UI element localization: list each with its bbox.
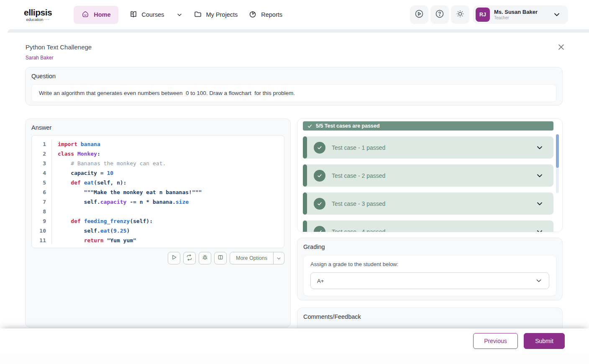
folder-icon — [194, 10, 202, 20]
user-menu[interactable]: RJ Ms. Susan Baker Teacher — [473, 5, 568, 24]
line-number: 10 — [39, 226, 46, 236]
ellipsis-logo[interactable]: ellipsis education ··· — [24, 8, 52, 22]
rerun-button[interactable] — [183, 252, 196, 264]
chevron-down-icon[interactable] — [535, 200, 544, 208]
grading-instruction: Assign a grade to the student below: — [310, 261, 549, 267]
chevron-down-icon[interactable] — [535, 228, 544, 233]
grading-header: Grading — [303, 244, 556, 250]
tests-scrollbar-thumb[interactable] — [556, 134, 559, 168]
bug-icon — [202, 254, 208, 262]
answer-card: Answer 1234567891011 import bananaclass … — [25, 118, 291, 328]
play-tour-button[interactable] — [410, 5, 428, 24]
test-case-label: Test case - 4 passed — [332, 228, 535, 233]
editor-toolbar: More Options — [31, 252, 284, 264]
help-button[interactable] — [430, 5, 449, 24]
play-circle-icon — [414, 9, 424, 21]
sun-icon — [455, 9, 465, 21]
line-number: 5 — [43, 178, 46, 187]
test-case-label: Test case - 1 passed — [332, 144, 535, 151]
editor-code-area: import bananaclass Monkey: # Bananas the… — [52, 139, 284, 244]
check-icon — [307, 123, 312, 129]
play-icon — [171, 254, 177, 262]
nav-item-label: Home — [94, 11, 110, 18]
check-circle-icon — [314, 142, 325, 154]
code-line: def eat(self, n): — [58, 178, 284, 187]
line-number: 6 — [43, 187, 46, 197]
question-header: Question — [31, 73, 556, 79]
chevron-down-icon[interactable] — [176, 11, 183, 18]
code-line: import banana — [58, 139, 284, 149]
student-name-link[interactable]: Sarah Baker — [26, 55, 54, 61]
test-case-row-2[interactable]: Test case - 2 passed — [303, 164, 553, 187]
question-text: Write an algorithm that generates even n… — [39, 90, 295, 96]
repeat-icon — [186, 254, 193, 263]
test-case-label: Test case - 2 passed — [332, 172, 535, 179]
code-line — [58, 207, 284, 216]
chevron-down-icon[interactable] — [273, 252, 284, 264]
theme-button[interactable] — [451, 5, 469, 24]
line-number: 9 — [43, 216, 46, 226]
line-number: 8 — [43, 207, 46, 216]
nav-menu: Home Courses My Projects Reports — [74, 6, 282, 24]
code-line: class Monkey: — [58, 149, 284, 159]
help-circle-icon — [435, 9, 445, 21]
close-button[interactable] — [556, 43, 566, 52]
page-background-strip — [0, 354, 589, 364]
chevron-down-icon — [553, 10, 561, 19]
tests-summary-text: 5/5 Test cases are passed — [316, 123, 380, 129]
book-icon — [129, 10, 138, 20]
user-name: Ms. Susan Baker — [494, 9, 538, 15]
test-results-panel: 5/5 Test cases are passed Test case - 1 … — [297, 118, 563, 232]
line-number: 1 — [43, 139, 46, 149]
close-icon — [558, 44, 565, 52]
nav-item-my-projects[interactable]: My Projects — [194, 10, 238, 20]
test-case-label: Test case - 3 passed — [332, 200, 535, 207]
grade-selected-value: A+ — [317, 278, 324, 284]
run-button[interactable] — [168, 252, 180, 264]
grading-body: Assign a grade to the student below: A+ — [303, 255, 556, 296]
check-circle-icon — [314, 170, 325, 182]
chevron-down-icon[interactable] — [535, 172, 544, 180]
line-number: 11 — [39, 236, 46, 245]
split-panel-icon — [217, 254, 224, 262]
test-case-row-1[interactable]: Test case - 1 passed — [303, 136, 553, 159]
debug-button[interactable] — [199, 252, 211, 264]
navbar-right-cluster: RJ Ms. Susan Baker Teacher — [410, 5, 568, 24]
test-case-row-3[interactable]: Test case - 3 passed — [303, 192, 553, 215]
nav-item-home[interactable]: Home — [74, 6, 118, 24]
answer-header: Answer — [31, 124, 284, 131]
nav-item-courses[interactable]: Courses — [129, 10, 183, 20]
submit-button[interactable]: Submit — [524, 333, 565, 349]
code-editor[interactable]: 1234567891011 import bananaclass Monkey:… — [31, 135, 284, 248]
line-number: 2 — [43, 149, 46, 159]
code-line: return "Yum yum" — [58, 236, 284, 245]
top-navbar: ellipsis education ··· Home Courses My P… — [0, 0, 589, 29]
editor-line-numbers: 1234567891011 — [32, 139, 52, 244]
grading-card: Grading Assign a grade to the student be… — [297, 238, 563, 300]
logo-title: ellipsis — [24, 8, 52, 17]
check-circle-icon — [314, 226, 325, 233]
grade-select[interactable]: A+ — [310, 272, 549, 289]
previous-button[interactable]: Previous — [473, 333, 518, 349]
test-case-row-4[interactable]: Test case - 4 passed — [303, 220, 553, 232]
page-title: Python Text Challenege — [26, 44, 92, 51]
nav-item-label: My Projects — [206, 11, 238, 18]
code-line: """Make the monkey eat n bananas!""" — [58, 187, 284, 197]
more-options-button[interactable]: More Options — [230, 252, 284, 264]
logo-dots-icon: ··· — [44, 17, 50, 22]
chevron-down-icon — [535, 277, 543, 285]
line-number: 3 — [43, 159, 46, 168]
page-divider — [8, 29, 589, 33]
nav-item-label: Courses — [142, 11, 164, 18]
nav-item-reports[interactable]: Reports — [248, 10, 282, 20]
nav-item-label: Reports — [261, 11, 282, 18]
logo-subtitle: education ··· — [26, 18, 49, 22]
split-view-button[interactable] — [214, 252, 227, 264]
tests-scrollbar-track[interactable] — [556, 134, 559, 193]
check-circle-icon — [314, 198, 325, 210]
chevron-down-icon[interactable] — [535, 144, 544, 152]
line-number: 7 — [43, 197, 46, 207]
comments-header: Comments/Feedback — [303, 313, 556, 320]
code-line: capacity = 10 — [58, 168, 284, 178]
line-number: 4 — [43, 168, 46, 178]
